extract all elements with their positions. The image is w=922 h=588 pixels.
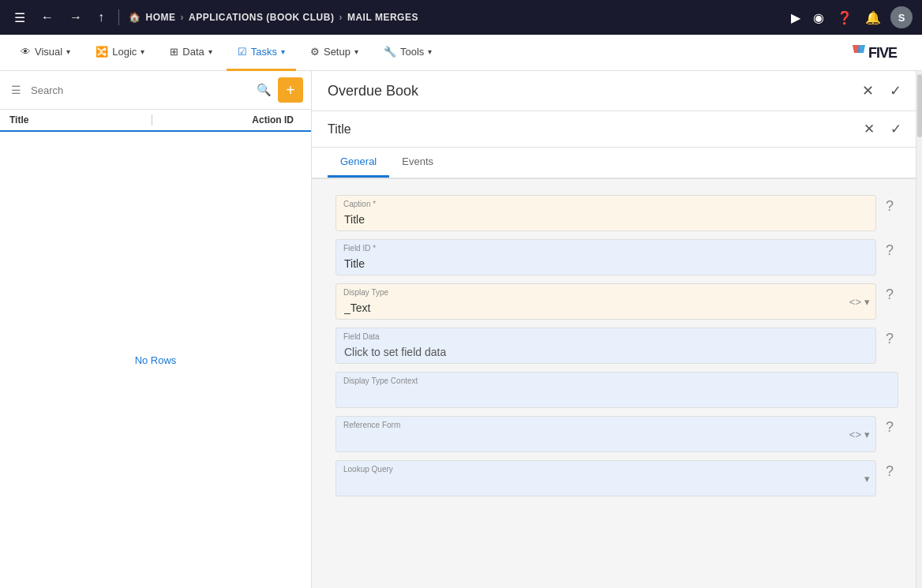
menu-icon[interactable]: ☰ [9,7,30,28]
inner-check-button[interactable]: ✓ [886,119,906,139]
breadcrumb-sep2: › [339,12,343,23]
display-type-select[interactable]: _Text [335,283,876,320]
breadcrumb-sep1: › [181,12,185,23]
setup-label: Setup [324,46,350,58]
inner-title: Title [328,122,351,137]
display-type-wrapper: Display Type _Text <> ▾ [335,283,876,320]
field-data-wrapper: Field Data Click to set field data [335,328,876,364]
nav-data[interactable]: ⊞ Data ▾ [159,35,223,71]
display-context-row: Display Type Context [335,372,898,408]
right-panel: Overdue Book ✕ ✓ Title ✕ ✓ General Event… [312,71,922,588]
home-label[interactable]: HOME [146,12,176,23]
nav-right-controls: ▶ ◉ ❓ 🔔 S [788,6,913,28]
setup-icon: ⚙ [310,46,320,58]
nav-tools[interactable]: 🔧 Tools ▾ [373,35,443,71]
app-label[interactable]: APPLICATIONS (BOOK CLUB) [189,12,334,23]
display-context-label: Display Type Context [343,376,418,385]
form-content: Caption * ? Field ID * ? Display Type _ [312,179,922,588]
lookup-query-row: Lookup Query ▾ ? [335,460,898,496]
inner-header: Title ✕ ✓ [312,111,922,148]
caption-input[interactable] [335,195,876,231]
section-label[interactable]: MAIL MERGES [347,12,418,23]
tasks-label: Tasks [251,46,277,58]
caption-label: Caption * [343,200,376,208]
field-data-help-button[interactable]: ? [881,328,898,350]
data-icon: ⊞ [170,46,178,58]
display-context-input[interactable] [335,372,898,408]
lookup-query-label: Lookup Query [343,465,393,474]
filter-icon[interactable]: ☰ [8,81,24,99]
inner-close-button[interactable]: ✕ [859,119,879,139]
caption-help-button[interactable]: ? [881,195,898,218]
search-bar: ☰ 🔍 + [0,71,311,110]
tab-events[interactable]: Events [389,148,446,178]
reference-form-row: Reference Form <> ▾ ? [335,416,898,452]
logic-icon: 🔀 [96,46,108,58]
search-input[interactable] [31,84,250,96]
field-id-label: Field ID * [343,244,376,253]
nav-divider [118,9,119,25]
nav-setup[interactable]: ⚙ Setup ▾ [299,35,369,71]
up-icon[interactable]: ↑ [93,7,109,28]
form-close-button[interactable]: ✕ [857,81,879,101]
tools-chevron: ▾ [428,47,432,56]
display-type-help-button[interactable]: ? [881,283,898,306]
display-type-row: Display Type _Text <> ▾ ? [335,283,898,320]
visual-icon: 👁 [21,46,31,58]
reference-form-label: Reference Form [343,421,400,429]
play-icon[interactable]: ▶ [788,7,804,28]
lookup-query-select[interactable] [335,460,876,496]
forward-icon[interactable]: → [65,7,87,28]
breadcrumb: 🏠 HOME › APPLICATIONS (BOOK CLUB) › MAIL… [129,12,418,23]
nav-visual[interactable]: 👁 Visual ▾ [9,35,81,71]
visual-label: Visual [35,46,62,58]
form-check-button[interactable]: ✓ [885,81,906,101]
field-data-row: Field Data Click to set field data ? [335,328,898,364]
preview-icon[interactable]: ◉ [810,7,827,28]
reference-form-help-button[interactable]: ? [881,416,898,439]
no-rows-message: No Rows [0,132,311,588]
form-outer-header: Overdue Book ✕ ✓ [312,71,922,111]
bell-icon[interactable]: 🔔 [862,7,884,28]
reference-form-wrapper: Reference Form <> ▾ [335,416,876,452]
field-id-row: Field ID * ? [335,239,898,275]
tabs: General Events [312,148,922,178]
main-layout: ☰ 🔍 + Title Action ID No Rows Overdue Bo… [0,71,922,588]
field-id-wrapper: Field ID * [335,239,876,275]
field-id-help-button[interactable]: ? [881,239,898,262]
caption-wrapper: Caption * [335,195,876,231]
add-button[interactable]: + [278,77,303,103]
data-label: Data [182,46,204,58]
reference-form-select[interactable] [335,416,876,452]
five-logo: FIVE [849,42,913,64]
avatar[interactable]: S [890,6,913,28]
display-type-label: Display Type [343,288,388,297]
home-icon: 🏠 [129,12,141,23]
field-data-label: Field Data [343,332,380,341]
logic-chevron: ▾ [141,47,144,56]
tab-general[interactable]: General [328,148,389,178]
data-chevron: ▾ [208,47,212,56]
nav-logic[interactable]: 🔀 Logic ▾ [84,35,156,71]
scrollbar-thumb[interactable] [917,74,922,137]
form-outer-actions: ✕ ✓ [857,81,906,101]
tasks-icon: ☑ [238,46,247,58]
back-icon[interactable]: ← [36,7,58,28]
caption-row: Caption * ? [335,195,898,231]
five-logo-area: FIVE [849,42,913,64]
scrollbar-track[interactable] [916,71,922,588]
top-navbar: ☰ ← → ↑ 🏠 HOME › APPLICATIONS (BOOK CLUB… [0,0,922,35]
search-button[interactable]: 🔍 [257,83,272,97]
nav-tasks[interactable]: ☑ Tasks ▾ [227,35,296,71]
svg-text:FIVE: FIVE [868,45,898,61]
field-id-input[interactable] [335,239,876,275]
tools-label: Tools [400,46,424,58]
help-icon[interactable]: ❓ [834,7,856,28]
secondary-navbar: 👁 Visual ▾ 🔀 Logic ▾ ⊞ Data ▾ ☑ Tasks ▾ … [0,35,922,71]
field-data-clickable[interactable]: Click to set field data [335,328,876,364]
col-title-header: Title [9,114,145,125]
tools-icon: 🔧 [384,46,396,58]
left-panel: ☰ 🔍 + Title Action ID No Rows [0,71,312,588]
lookup-query-help-button[interactable]: ? [881,460,898,483]
logic-label: Logic [112,46,137,58]
